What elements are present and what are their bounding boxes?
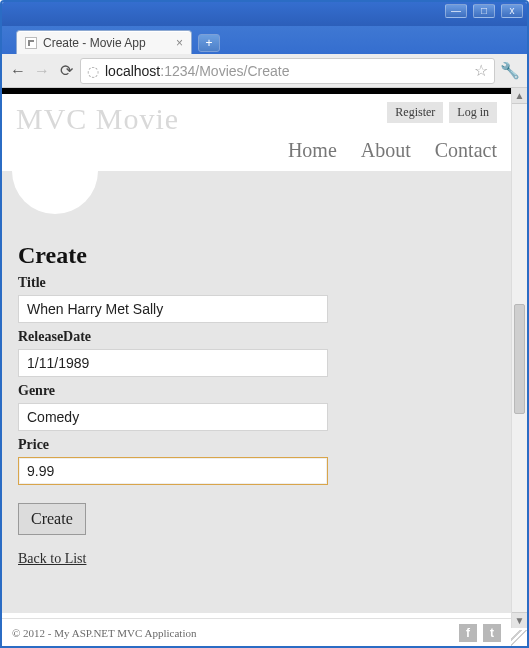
footer-text: © 2012 - My ASP.NET MVC Application (12, 627, 196, 639)
settings-wrench-icon[interactable]: 🔧 (499, 61, 521, 80)
site-brand[interactable]: MVC Movie (16, 102, 179, 135)
field-price: Price (18, 437, 495, 485)
url-host: localhost (105, 63, 160, 79)
input-releasedate[interactable] (18, 349, 328, 377)
facebook-icon[interactable]: f (459, 624, 477, 642)
footer-social: f t (459, 624, 501, 642)
login-link[interactable]: Log in (449, 102, 497, 123)
submit-button[interactable]: Create (18, 503, 86, 535)
site-header: MVC Movie Register Log in (2, 94, 511, 135)
browser-toolbar: ← → ⟳ ◌ localhost:1234/Movies/Create ☆ 🔧 (2, 54, 527, 88)
window-maximize-button[interactable]: □ (473, 4, 495, 18)
nav-reload-button[interactable]: ⟳ (56, 61, 76, 81)
tab-favicon-icon (25, 37, 37, 49)
scroll-thumb[interactable] (514, 304, 525, 414)
new-tab-button[interactable]: + (198, 34, 220, 52)
page-body: MVC Movie Register Log in Home About Con… (2, 88, 511, 646)
window-close-button[interactable]: x (501, 4, 523, 18)
twitter-icon[interactable]: t (483, 624, 501, 642)
bookmark-star-icon[interactable]: ☆ (474, 61, 488, 80)
label-price: Price (18, 437, 495, 453)
content-area: Create Title ReleaseDate Genre P (2, 171, 511, 613)
address-bar[interactable]: ◌ localhost:1234/Movies/Create ☆ (80, 58, 495, 84)
main-nav: Home About Contact (2, 135, 511, 172)
scroll-track[interactable] (512, 104, 527, 612)
site-info-icon[interactable]: ◌ (87, 63, 99, 79)
window-minimize-button[interactable]: — (445, 4, 467, 18)
nav-home[interactable]: Home (288, 139, 337, 162)
header-curve (12, 171, 98, 214)
input-title[interactable] (18, 295, 328, 323)
tab-title: Create - Movie App (43, 36, 146, 50)
site-footer: © 2012 - My ASP.NET MVC Application f t (2, 618, 511, 646)
url-path: :1234/Movies/Create (160, 63, 289, 79)
browser-window: — □ x Create - Movie App × + ← → ⟳ ◌ loc… (0, 0, 529, 648)
resize-grip-icon[interactable] (511, 630, 527, 646)
browser-tab-active[interactable]: Create - Movie App × (16, 30, 192, 54)
tab-close-button[interactable]: × (176, 36, 183, 50)
label-title: Title (18, 275, 495, 291)
back-to-list-link[interactable]: Back to List (18, 551, 86, 567)
account-links: Register Log in (387, 102, 497, 123)
nav-about[interactable]: About (361, 139, 411, 162)
browser-tabstrip: Create - Movie App × + (2, 26, 527, 54)
page-viewport: MVC Movie Register Log in Home About Con… (2, 88, 527, 646)
scroll-down-button[interactable]: ▼ (512, 612, 527, 628)
input-price[interactable] (18, 457, 328, 485)
nav-back-button[interactable]: ← (8, 61, 28, 81)
scroll-up-button[interactable]: ▲ (512, 88, 527, 104)
form-container: Create Title ReleaseDate Genre P (2, 242, 511, 577)
nav-forward-button[interactable]: → (32, 61, 52, 81)
register-link[interactable]: Register (387, 102, 443, 123)
vertical-scrollbar[interactable]: ▲ ▼ (511, 88, 527, 628)
label-releasedate: ReleaseDate (18, 329, 495, 345)
label-genre: Genre (18, 383, 495, 399)
input-genre[interactable] (18, 403, 328, 431)
page-title: Create (18, 242, 495, 269)
nav-contact[interactable]: Contact (435, 139, 497, 162)
field-title: Title (18, 275, 495, 323)
field-genre: Genre (18, 383, 495, 431)
field-releasedate: ReleaseDate (18, 329, 495, 377)
